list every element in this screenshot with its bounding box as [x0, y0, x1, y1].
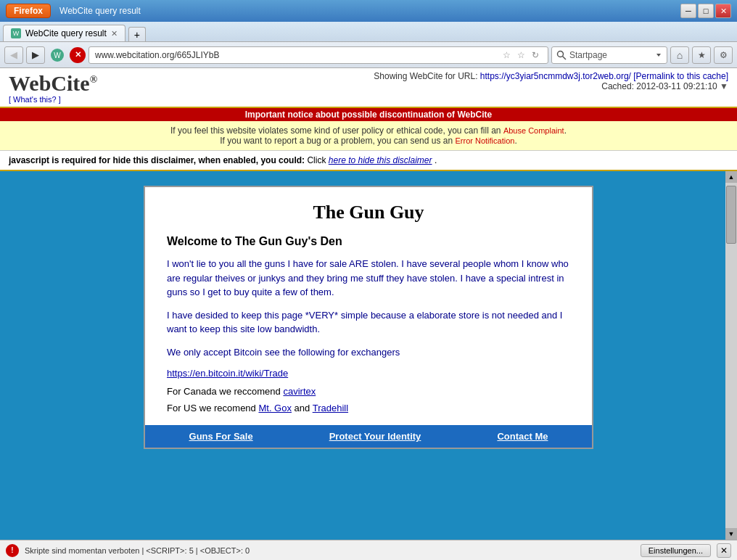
firefox-menu-button[interactable]: Firefox	[6, 4, 51, 18]
cavirtex-link[interactable]: cavirtex	[283, 386, 316, 397]
tabbar: W WebCite query result ✕ +	[0, 22, 737, 42]
new-tab-button[interactable]: +	[128, 27, 146, 41]
url-text: www.webcitation.org/665JLIYbB	[95, 50, 219, 60]
content-box: The Gun Guy Welcome to The Gun Guy's Den…	[144, 186, 593, 449]
titlebar: Firefox WebCite query result ─ □ ✕	[0, 0, 737, 22]
close-button[interactable]: ✕	[715, 4, 731, 18]
url-icons: ☆ ☆ ↻	[500, 49, 542, 62]
search-dropdown-icon[interactable]	[655, 52, 662, 59]
status-warning-icon: !	[6, 544, 19, 557]
disclaimer-bar: If you feel this website violates some k…	[0, 121, 737, 151]
js-notice-end: .	[435, 155, 437, 165]
protect-identity-link[interactable]: Protect Your Identity	[329, 431, 421, 442]
error-notification-link[interactable]: Error Notification	[455, 136, 514, 145]
maximize-button[interactable]: □	[698, 4, 714, 18]
content-para1: I won't lie to you all the guns I have f…	[167, 257, 570, 300]
settings-button[interactable]: Einstellungen...	[641, 544, 711, 557]
window-controls: ─ □ ✕	[680, 4, 731, 18]
scroll-down-button[interactable]: ▼	[725, 528, 737, 540]
hide-disclaimer-link[interactable]: here to hide this disclaimer	[329, 155, 432, 165]
cached-date-line: Cached: 2012-03-11 09:21:10 ▼	[374, 81, 728, 91]
svg-point-2	[558, 51, 564, 57]
reload-icon[interactable]: ↻	[529, 49, 542, 62]
cached-date: 2012-03-11 09:21:10	[636, 81, 717, 91]
url-bar[interactable]: www.webcitation.org/665JLIYbB ☆ ☆ ↻	[88, 46, 548, 64]
content-para2: I have desided to keep this page *VERY* …	[167, 308, 570, 337]
navbar: ◀ ▶ W ✕ www.webcitation.org/665JLIYbB ☆ …	[0, 42, 737, 68]
bitcoin-link[interactable]: https://en.bitcoin.it/wiki/Trade	[167, 368, 288, 379]
browser-window: Firefox WebCite query result ─ □ ✕ W Web…	[0, 0, 737, 560]
status-close-button[interactable]: ✕	[717, 543, 731, 558]
scroll-up-button[interactable]: ▲	[725, 171, 737, 183]
site-favicon: W	[48, 46, 67, 64]
notice-bar: Important notice about possible disconti…	[0, 108, 737, 121]
tradehill-link[interactable]: Tradehill	[313, 403, 348, 413]
status-text: Skripte sind momentan verboten | <SCRIPT…	[25, 546, 635, 555]
search-text: Startpage	[569, 50, 607, 60]
home-button[interactable]: ⌂	[670, 46, 689, 64]
bookmark-star-icon[interactable]: ☆	[500, 49, 513, 62]
cached-url-link[interactable]: https://yc3yiar5ncmmdw3j.tor2web.org/	[480, 71, 631, 81]
page-title: The Gun Guy	[167, 202, 570, 223]
abuse-complaint-link[interactable]: Abuse Complaint	[503, 126, 564, 135]
whats-this-link[interactable]: [ What's this? ]	[9, 95, 61, 104]
statusbar: ! Skripte sind momentan verboten | <SCRI…	[0, 540, 737, 560]
js-notice-bar: javascript is required for hide this dis…	[0, 151, 737, 171]
scroll-thumb[interactable]	[726, 186, 736, 244]
js-notice-click: Click	[307, 155, 326, 165]
showing-label: Showing WebCite for URL:	[374, 71, 477, 81]
minimize-button[interactable]: ─	[680, 4, 696, 18]
forward-button[interactable]: ▶	[26, 46, 45, 64]
webcite-logo: WebCite®	[9, 71, 97, 95]
page-subtitle: Welcome to The Gun Guy's Den	[167, 235, 570, 248]
svg-text:W: W	[54, 52, 61, 59]
bottom-nav: Guns For Sale Protect Your Identity Cont…	[145, 425, 592, 448]
stop-button[interactable]: ✕	[70, 47, 86, 63]
js-notice-bold: javascript is required for hide this dis…	[9, 155, 305, 165]
bookmark-star2-icon[interactable]: ☆	[514, 49, 527, 62]
window-title: WebCite query result	[59, 6, 141, 16]
us-line: For US we recomend Mt. Gox and Tradehill	[167, 403, 570, 413]
contact-me-link[interactable]: Contact Me	[497, 431, 548, 442]
permalink-link[interactable]: [Permalink to this cache]	[633, 71, 728, 81]
disclaimer-text1: If you feel this website violates some k…	[170, 125, 501, 136]
search-icon	[556, 50, 567, 60]
disclaimer-text2: If you want to report a bug or a problem…	[220, 136, 453, 146]
content-para3: We only accept Bitcoin see the following…	[167, 345, 570, 360]
svg-line-3	[563, 56, 567, 59]
tools-button[interactable]: ⚙	[714, 46, 733, 64]
back-button[interactable]: ◀	[4, 46, 23, 64]
main-content-area: ▲ ▼ The Gun Guy Welcome to The Gun Guy's…	[0, 171, 737, 540]
webcite-header: WebCite® [ What's this? ] Showing WebCit…	[0, 68, 737, 108]
active-tab[interactable]: W WebCite query result ✕	[3, 25, 125, 41]
scroll-track	[725, 183, 737, 528]
canada-line: For Canada we reccomend cavirtex	[167, 386, 570, 397]
svg-marker-4	[656, 54, 661, 57]
webcite-cache-info: Showing WebCite for URL: https://yc3yiar…	[374, 71, 728, 91]
scrollbar[interactable]: ▲ ▼	[725, 171, 737, 540]
tab-close-icon[interactable]: ✕	[111, 29, 118, 38]
search-bar[interactable]: Startpage	[551, 46, 667, 64]
tab-favicon: W	[11, 28, 21, 38]
tab-label: WebCite query result	[25, 28, 107, 38]
cached-dropdown-icon[interactable]: ▼	[720, 81, 728, 91]
mtgox-link[interactable]: Mt. Gox	[258, 403, 292, 413]
guns-for-sale-link[interactable]: Guns For Sale	[189, 431, 253, 442]
bookmark-button[interactable]: ★	[692, 46, 711, 64]
